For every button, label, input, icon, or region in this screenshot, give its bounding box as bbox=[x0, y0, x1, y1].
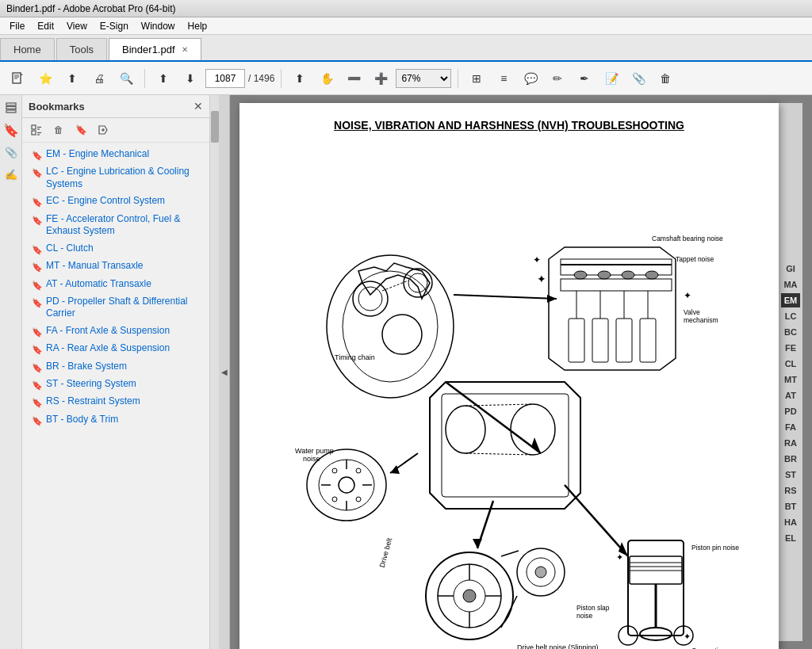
bookmark-text-bt: BT - Body & Trim bbox=[46, 414, 203, 426]
next-page-button[interactable]: ⬇ bbox=[178, 67, 202, 90]
bookmark-add-toolbar[interactable]: ⭐ bbox=[33, 67, 57, 90]
sidebar-letter-bt[interactable]: BT bbox=[781, 499, 800, 513]
sidebar-letter-gi[interactable]: GI bbox=[781, 262, 800, 276]
expand-icon[interactable] bbox=[27, 121, 46, 139]
bookmark-item-br[interactable]: 🔖 BR - Brake System bbox=[22, 358, 209, 376]
add-tagged-icon[interactable] bbox=[94, 121, 113, 139]
create-button[interactable] bbox=[6, 67, 30, 90]
pdf-content-area[interactable]: NOISE, VIBRATION AND HARSHNESS (NVH) TRO… bbox=[230, 95, 812, 649]
bookmark-item-ra[interactable]: 🔖 RA - Rear Axle & Suspension bbox=[22, 340, 209, 357]
sidebar-letter-cl[interactable]: CL bbox=[781, 357, 800, 371]
bookmark-icon-ra: 🔖 bbox=[32, 344, 43, 355]
timing-chain-label: Timing chain bbox=[335, 353, 375, 361]
bookmark-icon-pd: 🔖 bbox=[32, 297, 43, 308]
bookmark-icon-em: 🔖 bbox=[32, 150, 43, 161]
bookmark-item-lc[interactable]: 🔖 LC - Engine Lubrication & Cooling Syst… bbox=[22, 163, 209, 193]
sidebar-letter-mt[interactable]: MT bbox=[781, 372, 800, 387]
svg-point-73 bbox=[535, 567, 546, 578]
svg-rect-7 bbox=[32, 131, 36, 135]
menu-view[interactable]: View bbox=[60, 19, 94, 33]
separator-1 bbox=[144, 69, 145, 88]
zoom-out-button[interactable]: ➖ bbox=[342, 67, 366, 90]
bookmark-item-pd[interactable]: 🔖 PD - Propeller Shaft & Differential Ca… bbox=[22, 293, 209, 323]
sidebar-letter-ra[interactable]: RA bbox=[781, 436, 800, 450]
paperclip-icon[interactable]: 📎 bbox=[2, 143, 21, 162]
sidebar-letter-em[interactable]: EM bbox=[781, 293, 800, 307]
comment-button[interactable]: 💬 bbox=[519, 67, 542, 90]
tab-binder[interactable]: Binder1.pdf ✕ bbox=[109, 38, 201, 60]
sidebar-letter-pd[interactable]: PD bbox=[781, 404, 800, 418]
sidebar-letter-at[interactable]: AT bbox=[781, 388, 800, 403]
bookmark-item-fe[interactable]: 🔖 FE - Accelerator Control, Fuel & Exhau… bbox=[22, 211, 209, 240]
menu-file[interactable]: File bbox=[3, 19, 31, 33]
sidebar-letter-ma[interactable]: MA bbox=[781, 277, 800, 292]
prev-page-button[interactable]: ⬆ bbox=[151, 67, 175, 90]
svg-rect-1 bbox=[6, 103, 16, 105]
bookmark-item-cl[interactable]: 🔖 CL - Clutch bbox=[22, 240, 209, 258]
bookmark-item-mt[interactable]: 🔖 MT - Manual Transaxle bbox=[22, 258, 209, 275]
sidebar-letter-bc[interactable]: BC bbox=[781, 325, 800, 339]
bookmark-icon-fe: 🔖 bbox=[32, 215, 43, 226]
bookmark-text-pd: PD - Propeller Shaft & Differential Carr… bbox=[46, 296, 203, 320]
zoom-select[interactable]: 25% 50% 67% 75% 100% 125% 150% 200% bbox=[396, 69, 451, 88]
bookmark-item-bt[interactable]: 🔖 BT - Body & Trim bbox=[22, 411, 209, 429]
scroll-button[interactable]: ≡ bbox=[492, 67, 515, 90]
tab-binder-label: Binder1.pdf bbox=[122, 44, 175, 55]
signature-icon[interactable]: ✍ bbox=[2, 165, 21, 184]
scroll-thumb bbox=[211, 111, 219, 143]
sidebar-letter-ha[interactable]: HA bbox=[781, 515, 800, 529]
draw-button[interactable]: ✒ bbox=[573, 67, 596, 90]
upload-button[interactable]: ⬆ bbox=[60, 67, 84, 90]
hand-tool[interactable]: ✋ bbox=[315, 67, 339, 90]
search-button[interactable]: 🔍 bbox=[114, 67, 138, 90]
tab-home[interactable]: Home bbox=[0, 38, 55, 60]
attach-button[interactable]: 📎 bbox=[626, 67, 650, 90]
delete-button[interactable]: 🗑 bbox=[653, 67, 677, 90]
svg-point-50 bbox=[339, 477, 354, 493]
piston-pin-label: Piston pin noise bbox=[691, 544, 739, 552]
right-sidebar: GI MA EM LC BC FE CL MT AT PD FA RA BR S… bbox=[779, 103, 802, 641]
bookmark-item-fa[interactable]: 🔖 FA - Front Axle & Suspension bbox=[22, 323, 209, 340]
svg-text:noise: noise bbox=[303, 455, 320, 463]
bookmarks-close-button[interactable]: ✕ bbox=[193, 100, 203, 113]
bookmark-item-rs[interactable]: 🔖 RS - Restraint System bbox=[22, 393, 209, 410]
menu-window[interactable]: Window bbox=[135, 19, 182, 33]
sidebar-letter-fa[interactable]: FA bbox=[781, 420, 800, 434]
menu-bar: File Edit View E-Sign Window Help bbox=[0, 17, 812, 35]
bookmark-item-em[interactable]: 🔖 EM - Engine Mechanical bbox=[22, 146, 209, 163]
bookmark-item-st[interactable]: 🔖 ST - Steering System bbox=[22, 376, 209, 393]
sidebar-letter-el[interactable]: EL bbox=[781, 531, 800, 545]
sidebar-letter-br[interactable]: BR bbox=[781, 452, 800, 466]
cursor-tool[interactable]: ⬆ bbox=[288, 67, 312, 90]
sidebar-letter-rs[interactable]: RS bbox=[781, 483, 800, 498]
svg-marker-92 bbox=[473, 539, 482, 548]
bookmark-item-ec[interactable]: 🔖 EC - Engine Control System bbox=[22, 193, 209, 210]
fit-button[interactable]: ⊞ bbox=[465, 67, 488, 90]
delete-bookmark-icon[interactable]: 🗑 bbox=[49, 121, 68, 139]
print-button[interactable]: 🖨 bbox=[87, 67, 111, 90]
bookmark-text-cl: CL - Clutch bbox=[46, 242, 203, 255]
svg-line-89 bbox=[565, 485, 628, 556]
svg-point-52 bbox=[356, 468, 361, 473]
tab-close-button[interactable]: ✕ bbox=[182, 45, 188, 54]
panel-collapse-arrow[interactable]: ◀ bbox=[219, 95, 230, 649]
sidebar-letter-lc[interactable]: LC bbox=[781, 309, 800, 323]
add-bookmark-icon[interactable]: 🔖 bbox=[71, 121, 90, 139]
bookmark-icon-lc: 🔖 bbox=[32, 167, 43, 178]
page-input[interactable] bbox=[205, 69, 245, 88]
menu-help[interactable]: Help bbox=[182, 19, 214, 33]
zoom-in-button[interactable]: ➕ bbox=[369, 67, 393, 90]
svg-line-74 bbox=[501, 551, 519, 556]
sign-button[interactable]: 📝 bbox=[599, 67, 623, 90]
sidebar-letter-fe[interactable]: FE bbox=[781, 341, 800, 355]
highlight-button[interactable]: ✏ bbox=[546, 67, 569, 90]
tab-tools[interactable]: Tools bbox=[56, 38, 107, 60]
svg-point-54 bbox=[356, 497, 361, 502]
menu-esign[interactable]: E-Sign bbox=[94, 19, 135, 33]
sidebar-letter-st[interactable]: ST bbox=[781, 468, 800, 482]
layers-icon[interactable] bbox=[2, 98, 21, 117]
bookmark-item-at[interactable]: 🔖 AT - Automatic Transaxle bbox=[22, 276, 209, 293]
bookmark-panel-icon[interactable]: 🔖 bbox=[2, 120, 21, 139]
menu-edit[interactable]: Edit bbox=[31, 19, 60, 33]
bookmark-scrollbar[interactable] bbox=[209, 95, 219, 649]
